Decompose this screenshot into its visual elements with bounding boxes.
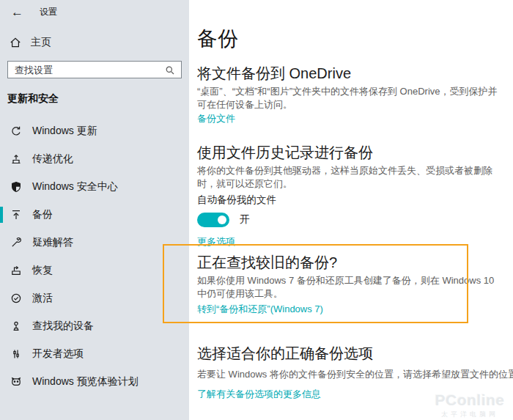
section-file-history: 使用文件历史记录进行备份 将你的文件备份到其他驱动器，这样当原始文件丢失、受损或… [197,144,513,248]
home-icon [10,37,21,48]
search-icon[interactable] [164,65,176,76]
wrench-icon [10,237,22,248]
sidebar-item-home[interactable]: 主页 [0,34,189,51]
delivery-optimization-icon [10,153,22,165]
home-label: 主页 [31,36,51,49]
shield-icon [10,181,22,193]
sidebar-item-windows-insider[interactable]: Windows 预览体验计划 [0,368,189,396]
section-onedrive-backup: 将文件备份到 OneDrive “桌面”、“文档”和“图片”文件夹中的文件将保存… [197,65,513,125]
sidebar-item-windows-update[interactable]: Windows 更新 [0,117,189,145]
insider-icon [10,376,22,388]
nav-label: 激活 [32,292,53,305]
sidebar-item-windows-security[interactable]: Windows 安全中心 [0,173,189,201]
activation-check-icon [10,292,22,304]
search-input[interactable] [8,62,181,78]
toggle-state-label: 开 [240,213,250,226]
auto-backup-label: 自动备份我的文件 [197,194,513,207]
watermark-subtitle-text: 太平洋电脑网 [429,410,511,419]
find-device-icon [10,320,22,332]
nav-label: 备份 [32,208,53,221]
nav-label: 传递优化 [32,152,73,166]
sidebar-nav: Windows 更新 传递优化 Windows 安全中心 [0,117,189,396]
section-older-backup: 正在查找较旧的备份? 如果你使用 Windows 7 备份和还原工具创建了备份，… [197,254,513,316]
watermark: PConline 太平洋电脑网 [429,391,511,419]
sidebar: ← 设置 主页 更新和安全 Windows 更新 [0,0,189,420]
section-heading: 正在查找较旧的备份? [197,254,513,271]
main-content: 备份 将文件备份到 OneDrive “桌面”、“文档”和“图片”文件夹中的文件… [189,0,513,420]
nav-label: Windows 预览体验计划 [32,375,139,388]
nav-label: 查找我的设备 [32,320,94,333]
sidebar-item-troubleshoot[interactable]: 疑难解答 [0,229,189,257]
toggle-knob [218,215,226,224]
section-description: 将你的文件备份到其他驱动器，这样当原始文件丢失、受损或者被删除 时，就可以还原它… [197,164,513,191]
section-heading: 将文件备份到 OneDrive [197,65,513,82]
sidebar-item-activation[interactable]: 激活 [0,284,189,312]
page-title: 备份 [197,25,513,53]
sidebar-section-label: 更新和安全 [7,92,189,106]
nav-label: Windows 安全中心 [32,180,118,194]
learn-more-link[interactable]: 了解有关备份选项的更多信息 [197,388,321,401]
backup-icon [10,209,22,221]
window-title: 设置 [40,6,57,18]
nav-label: 开发者选项 [32,347,84,361]
nav-label: Windows 更新 [32,125,97,138]
sidebar-item-developer-options[interactable]: 开发者选项 [0,340,189,368]
section-description: “桌面”、“文档”和“图片”文件夹中的文件将保存到 OneDrive，受到保护并… [197,85,513,111]
auto-backup-toggle[interactable] [197,213,229,227]
back-arrow-icon[interactable]: ← [11,6,23,18]
section-heading: 使用文件历史记录进行备份 [197,144,513,161]
titlebar: ← 设置 [0,0,189,23]
developer-icon [10,348,22,360]
toggle-row: 开 [197,213,513,227]
nav-label: 疑难解答 [32,236,73,249]
watermark-logo-text: PConline [429,391,511,409]
settings-window: ← 设置 主页 更新和安全 Windows 更新 [0,0,513,420]
section-heading: 选择适合你的正确备份选项 [197,345,513,362]
backup-files-link[interactable]: 备份文件 [197,112,235,125]
sidebar-item-backup[interactable]: 备份 [0,201,189,229]
sidebar-item-find-my-device[interactable]: 查找我的设备 [0,312,189,340]
sidebar-item-recovery[interactable]: 恢复 [0,257,189,284]
nav-label: 恢复 [32,264,53,277]
section-description: 如果你使用 Windows 7 备份和还原工具创建了备份，则在 Windows … [197,274,513,301]
recovery-icon [10,265,22,276]
refresh-icon [10,125,22,137]
search-box[interactable] [7,61,182,78]
sidebar-item-delivery-optimization[interactable]: 传递优化 [0,145,189,173]
more-options-link[interactable]: 更多选项 [197,235,235,248]
backup-restore-win7-link[interactable]: 转到“备份和还原”(Windows 7) [197,303,323,316]
section-description: 若要让 Windows 将你的文件备份到安全的位置，请选择希望放置文件的位置 -… [197,368,513,381]
